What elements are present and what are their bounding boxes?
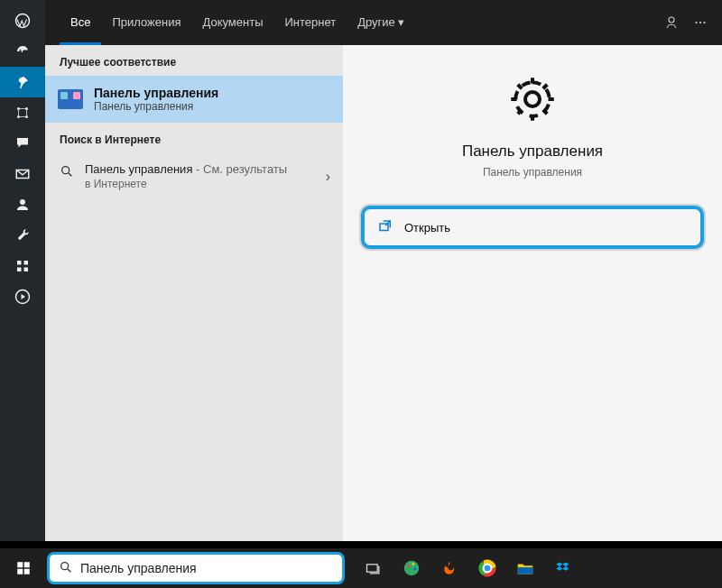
svg-rect-19 [24, 562, 30, 567]
best-match-item[interactable]: Панель управления Панель управления [45, 76, 343, 123]
svg-point-1 [17, 107, 20, 110]
svg-point-27 [413, 568, 416, 571]
best-match-title: Панель управления [94, 86, 218, 100]
user-icon[interactable] [0, 189, 45, 220]
svg-rect-8 [17, 268, 22, 272]
svg-point-5 [20, 199, 25, 205]
svg-rect-18 [17, 562, 23, 567]
svg-rect-21 [24, 569, 30, 574]
details-title: Панель управления [462, 142, 603, 161]
svg-point-13 [699, 22, 701, 23]
chevron-right-icon: › [326, 169, 330, 185]
wp-admin-sidebar [0, 0, 45, 541]
svg-point-32 [485, 565, 491, 572]
tab-documents[interactable]: Документы [191, 0, 273, 45]
best-match-heading: Лучшее соответствие [45, 45, 343, 76]
dashboard-icon[interactable] [0, 36, 45, 67]
details-pane: Панель управления Панель управления Откр… [343, 45, 722, 541]
svg-point-2 [25, 107, 28, 110]
open-button[interactable]: Открыть [361, 206, 704, 249]
control-panel-icon [58, 89, 83, 109]
details-subtitle: Панель управления [483, 166, 582, 179]
svg-point-25 [407, 565, 410, 567]
svg-rect-9 [24, 268, 29, 272]
svg-point-14 [703, 22, 705, 23]
svg-rect-23 [367, 565, 378, 572]
tab-more[interactable]: Другие ▾ [347, 0, 415, 45]
svg-point-15 [62, 167, 69, 174]
flame-icon[interactable] [431, 550, 467, 586]
search-tab-bar: Все Приложения Документы Интернет Другие… [45, 0, 722, 45]
svg-rect-6 [17, 261, 22, 265]
results-column: Лучшее соответствие Панель управления Па… [45, 45, 343, 541]
start-button[interactable] [5, 550, 42, 586]
dropbox-icon[interactable] [545, 550, 581, 586]
svg-point-16 [525, 92, 540, 106]
svg-point-4 [25, 115, 28, 118]
svg-point-3 [17, 115, 20, 118]
gear-icon [505, 72, 560, 126]
tool-icon[interactable] [0, 220, 45, 251]
chrome-icon[interactable] [469, 550, 505, 586]
wordpress-icon[interactable] [0, 5, 45, 36]
svg-rect-33 [518, 567, 533, 574]
widget-icon[interactable] [0, 251, 45, 281]
taskbar-search[interactable] [47, 552, 345, 584]
web-search-item[interactable]: Панель управления - См. результаты в Инт… [45, 153, 343, 199]
taskbar-icons [356, 550, 581, 586]
taskbar [0, 548, 722, 588]
search-icon [60, 164, 74, 181]
explorer-icon[interactable] [507, 550, 543, 586]
web-item-line1: Панель управления - См. результаты [85, 162, 287, 176]
tab-web[interactable]: Интернет [273, 0, 347, 45]
svg-rect-20 [17, 569, 23, 574]
comments-icon[interactable] [0, 128, 45, 159]
search-icon [59, 560, 73, 577]
svg-point-26 [412, 563, 414, 565]
open-icon [377, 218, 393, 237]
mail-icon[interactable] [0, 159, 45, 189]
tab-apps[interactable]: Приложения [101, 0, 191, 45]
task-view-icon[interactable] [356, 550, 392, 586]
chevron-down-icon: ▾ [398, 15, 404, 29]
paint-icon[interactable] [393, 550, 430, 586]
best-match-subtitle: Панель управления [94, 100, 218, 113]
web-item-line2: в Интернете [85, 178, 287, 190]
open-label: Открыть [404, 221, 450, 234]
network-icon[interactable] [0, 97, 45, 128]
svg-point-12 [695, 22, 697, 23]
svg-point-11 [669, 17, 674, 23]
svg-point-22 [61, 562, 69, 569]
svg-rect-7 [24, 261, 29, 265]
play-icon[interactable] [0, 281, 45, 312]
pin-icon[interactable] [0, 67, 45, 97]
web-search-heading: Поиск в Интернете [45, 123, 343, 153]
search-input[interactable] [80, 561, 333, 575]
tab-all[interactable]: Все [60, 0, 101, 45]
windows-search-panel: Все Приложения Документы Интернет Другие… [45, 0, 722, 541]
more-icon[interactable] [686, 8, 715, 37]
feedback-icon[interactable] [657, 8, 686, 37]
svg-point-24 [404, 561, 420, 576]
